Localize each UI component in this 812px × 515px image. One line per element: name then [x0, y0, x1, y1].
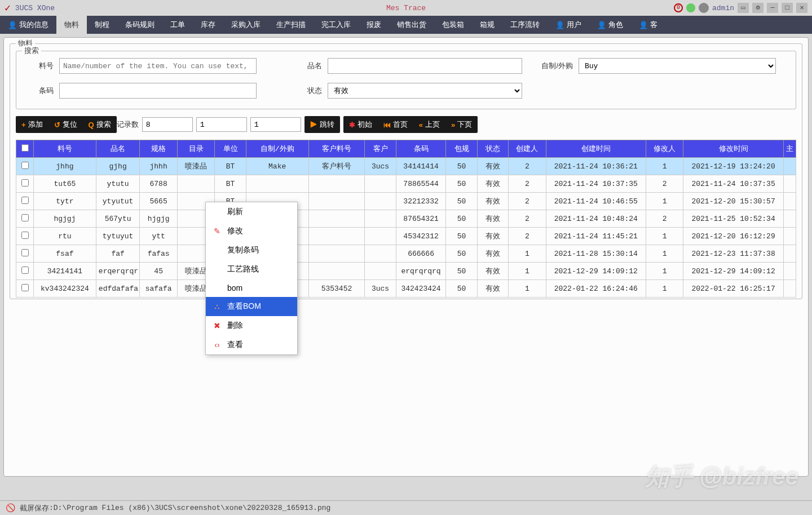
context-menu-label: 复制条码 — [227, 245, 259, 255]
add-button[interactable]: +添加 — [16, 116, 48, 133]
records-label: 记录数 — [117, 119, 139, 130]
menu-item-10[interactable]: 销售出货 — [389, 16, 434, 34]
menu-item-2[interactable]: 制程 — [87, 16, 117, 34]
context-menu-item-4[interactable]: bom — [206, 279, 297, 297]
select-all-checkbox[interactable] — [21, 144, 29, 152]
cell — [365, 175, 396, 193]
cell: 有效 — [477, 175, 508, 193]
table-header-10[interactable]: 包规 — [446, 140, 477, 158]
menu-item-4[interactable]: 工单 — [162, 16, 193, 34]
table-header-7[interactable]: 客户料号 — [308, 140, 365, 158]
table-row[interactable]: rtutytuyutyttBT4534231250有效22021-11-24 1… — [16, 228, 796, 245]
table-row[interactable]: fsaffaffafasBT66666650有效12021-11-28 15:3… — [16, 245, 796, 263]
menu-item-5[interactable]: 库存 — [193, 16, 223, 34]
menu-icon: 👤 — [639, 21, 648, 29]
cell: 2021-11-24 10:36:21 — [546, 158, 646, 175]
table-row[interactable]: 34214141erqerqrqr45喷漆品BTerqrqrqrq50有效120… — [16, 263, 796, 280]
statusbar: 🚫 截屏保存 :D:\Program Files (x86)\3UCS\scre… — [0, 500, 812, 515]
window-close-button[interactable]: ✕ — [796, 3, 807, 13]
row-checkbox[interactable] — [21, 197, 29, 204]
first-page-button[interactable]: ⏮首页 — [378, 116, 413, 133]
window-maximize-button[interactable]: □ — [782, 3, 793, 13]
table-header-5[interactable]: 单位 — [215, 140, 246, 158]
table-header-14[interactable]: 修改人 — [646, 140, 683, 158]
context-menu-item-6[interactable]: ✖删除 — [206, 316, 297, 335]
table-row[interactable]: tut65ytutu6788BT7886554450有效22021-11-24 … — [16, 175, 796, 193]
menu-item-3[interactable]: 条码规则 — [117, 16, 162, 34]
table-header-4[interactable]: 目录 — [177, 140, 214, 158]
table-header-0[interactable] — [16, 140, 34, 158]
table-header-11[interactable]: 状态 — [477, 140, 508, 158]
window-settings-button[interactable]: ⚙ — [752, 3, 764, 13]
prev-page-button[interactable]: «上页 — [413, 116, 445, 133]
make-buy-select[interactable]: Buy — [579, 58, 776, 74]
window-restore-button[interactable]: ▭ — [738, 3, 749, 13]
table-header-8[interactable]: 客户 — [365, 140, 396, 158]
row-checkbox[interactable] — [21, 232, 29, 239]
table-row[interactable]: jhhggjhgjhhh喷漆品BTMake客户料号3ucs3414141450有… — [16, 158, 796, 175]
window-minimize-button[interactable]: — — [767, 3, 778, 13]
menu-item-12[interactable]: 箱规 — [472, 16, 502, 34]
menu-item-7[interactable]: 生产扫描 — [268, 16, 314, 34]
row-checkbox[interactable] — [21, 179, 29, 187]
cell: jhhg — [34, 158, 96, 175]
row-checkbox[interactable] — [21, 249, 29, 256]
cell: 2021-12-20 15:30:57 — [683, 193, 783, 210]
row-checkbox[interactable] — [21, 214, 29, 221]
cell: 2021-11-25 10:52:34 — [683, 210, 783, 228]
menu-item-16[interactable]: 👤客 — [631, 16, 665, 34]
menu-item-1[interactable]: 物料 — [56, 16, 87, 34]
table-header-2[interactable]: 品名 — [96, 140, 140, 158]
init-button[interactable]: ✱初始 — [343, 116, 378, 133]
user-avatar-icon[interactable] — [699, 3, 709, 13]
records-count-input[interactable] — [142, 117, 193, 132]
cell: ytyutut — [96, 193, 140, 210]
table-header-12[interactable]: 创建人 — [509, 140, 546, 158]
table-header-9[interactable]: 条码 — [396, 140, 446, 158]
context-menu-item-7[interactable]: ‹›查看 — [206, 335, 297, 354]
table-row[interactable]: hgjgj567ytuhjgjgBT8765432150有效22021-11-2… — [16, 210, 796, 228]
barcode-input[interactable] — [59, 83, 257, 99]
state-select[interactable]: 有效 — [328, 83, 522, 99]
cell: 50 — [446, 280, 477, 298]
row-checkbox[interactable] — [21, 267, 29, 274]
search-legend: 搜索 — [22, 46, 41, 56]
table-header-16[interactable]: 主 — [783, 140, 796, 158]
cell — [177, 175, 214, 193]
page-a-input[interactable] — [196, 117, 247, 132]
notification-count-badge[interactable]: 0 — [674, 3, 683, 12]
menu-item-9[interactable]: 报废 — [359, 16, 389, 34]
table-header-15[interactable]: 修改时间 — [683, 140, 783, 158]
table-row[interactable]: kv343242324edfdafafasafafa喷漆品BT53534523u… — [16, 280, 796, 298]
table-header-3[interactable]: 规格 — [140, 140, 177, 158]
next-page-button[interactable]: »下页 — [445, 116, 478, 133]
row-checkbox[interactable] — [21, 162, 29, 169]
jump-button[interactable]: ⯈跳转 — [304, 116, 340, 133]
menu-item-8[interactable]: 完工入库 — [314, 16, 359, 34]
menu-item-15[interactable]: 👤角色 — [589, 16, 631, 34]
cell: 1 — [646, 193, 683, 210]
cell: 342423424 — [396, 280, 446, 298]
row-checkbox[interactable] — [21, 284, 29, 291]
table-header-6[interactable]: 自制/外购 — [246, 140, 308, 158]
part-no-input[interactable] — [59, 58, 257, 74]
context-menu-item-0[interactable]: 刷新 — [206, 202, 297, 221]
search-button[interactable]: Q搜索 — [83, 116, 117, 133]
part-name-input[interactable] — [328, 58, 522, 74]
menu-item-6[interactable]: 采购入库 — [223, 16, 268, 34]
context-menu-item-1[interactable]: ✎修改 — [206, 221, 297, 241]
menu-item-13[interactable]: 工序流转 — [502, 16, 548, 34]
context-menu-label: 工艺路线 — [227, 264, 259, 274]
page-b-input[interactable] — [250, 117, 301, 132]
table-row[interactable]: tytrytyutut5665BT3221233250有效22021-11-24… — [16, 193, 796, 210]
context-menu-item-5[interactable]: ⛬查看BOM — [206, 297, 297, 316]
reset-button[interactable]: ↺复位 — [48, 116, 83, 133]
menu-item-11[interactable]: 包装箱 — [434, 16, 472, 34]
context-menu-item-3[interactable]: 工艺路线 — [206, 260, 297, 279]
menu-item-14[interactable]: 👤用户 — [548, 16, 589, 34]
menu-item-0[interactable]: 👤我的信息 — [0, 16, 56, 34]
table-header-13[interactable]: 创建时间 — [546, 140, 646, 158]
context-menu-item-2[interactable]: 复制条码 — [206, 241, 297, 260]
table-header-1[interactable]: 料号 — [34, 140, 96, 158]
cell: 50 — [446, 210, 477, 228]
